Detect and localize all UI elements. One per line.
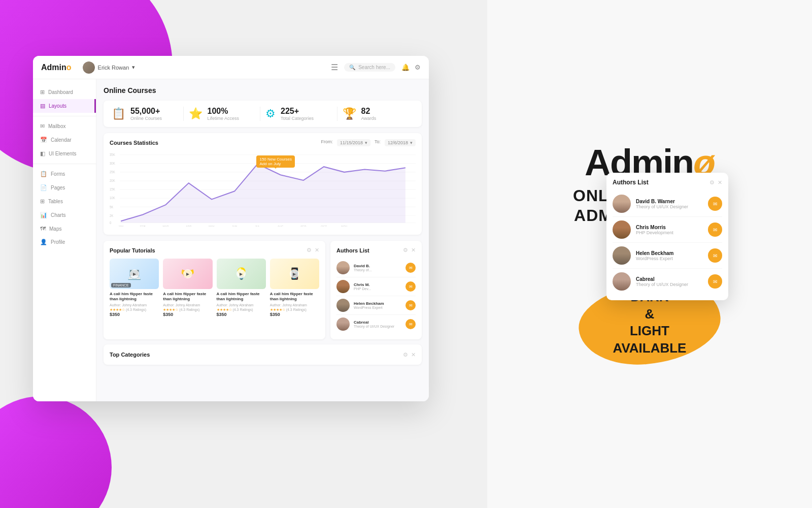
tutorial-thumb-3[interactable]: 💡 ▶ [217,259,266,289]
logo: Admino [41,63,72,72]
tutorial-title-1: A call him flipper faste than lightning [110,292,159,302]
user-dropdown-icon[interactable]: ▾ [132,64,135,71]
author-role-3: WordPress Expert [354,306,401,309]
tutorials-title: Popular Tutorials [110,247,155,253]
chart-area: 150 New CoursesAdd on July 35K 30K 25K 2… [110,150,416,227]
sidebar-label-profile: Profile [51,239,65,245]
play-button-1[interactable]: ▶ [130,269,139,278]
close-icon-float[interactable]: ✕ [718,179,722,186]
author-row-4: Cabreal Theory of UI/UX Designer ✉ [613,269,722,294]
svg-text:APR: APR [186,225,191,227]
author-info-3: Helen Beckham WordPress Expert [354,301,401,309]
gear-icon-3[interactable]: ⚙ [403,352,408,358]
sidebar-item-pages[interactable]: 📄 Pages [33,181,96,195]
sidebar-divider-2 [33,164,96,164]
search-placeholder: Search here... [358,65,390,70]
author-mail-btn-1[interactable]: ✉ [405,263,416,273]
play-button-3[interactable]: ▶ [236,269,246,278]
sidebar-item-maps[interactable]: 🗺 Maps [33,222,96,235]
tutorials-icons: ⚙ ✕ [307,247,319,253]
author-row-mail-3[interactable]: ✉ [708,248,722,263]
tables-icon: ⊞ [40,198,45,205]
gear-icon[interactable]: ⚙ [307,247,312,253]
tutorials-header: Popular Tutorials ⚙ ✕ [110,247,319,253]
sidebar-label-maps: Maps [49,226,61,232]
author-row-info-3: Helen Beckham WordPress Expert [636,250,703,261]
tutorial-author-4: Author: Johny Abraham [270,303,319,307]
authors-float-icons: ⚙ ✕ [709,179,722,186]
stat-online-courses: 📋 55,000+ Online Courses [112,107,184,121]
hamburger-icon[interactable]: ☰ [331,62,338,72]
svg-text:15K: 15K [110,187,116,191]
close-icon-3[interactable]: ✕ [411,352,416,358]
sidebar-item-mailbox[interactable]: ✉ Mailbox [33,119,96,133]
author-name-2: Chris M. [354,282,401,287]
mailbox-icon: ✉ [40,123,45,130]
to-date-picker[interactable]: 12/6/2018 ▾ [385,139,416,146]
authors-card-float: Authors List ⚙ ✕ David B. Warner Theory … [606,173,728,300]
author-row-name-2: Chris Morris [636,225,703,230]
svg-text:NOV: NOV [341,225,347,227]
sidebar-label-pages: Pages [51,185,65,190]
sidebar-item-tables[interactable]: ⊞ Tables [33,195,96,208]
from-date: 11/15/2018 [340,140,363,145]
gear-icon-2[interactable]: ⚙ [403,247,408,253]
courses-value: 55,000+ [130,107,162,116]
sidebar-item-profile[interactable]: 👤 Profile [33,235,96,249]
tutorial-thumb-1[interactable]: 💻 ▶ FINANCE [110,259,159,289]
settings-icon[interactable]: ⚙ [415,64,421,71]
sidebar-item-calendar[interactable]: 📅 Calendar [33,133,96,147]
author-row-mail-2[interactable]: ✉ [708,223,722,237]
play-button-2[interactable]: ▶ [183,269,192,278]
sidebar-item-layouts[interactable]: ▤ Layouts [33,99,96,113]
thumb-label-1: FINANCE [111,283,131,288]
chart-header: Courses Statistics From: 11/15/2018 ▾ To… [110,139,416,146]
stat-lifetime-access: ⭐ 100% Lifetime Access [189,107,261,121]
svg-text:AUG: AUG [278,225,284,227]
author-avatar-1 [336,261,350,274]
play-button-4[interactable]: ▶ [290,269,299,278]
sidebar-item-ui[interactable]: ◧ UI Elements [33,147,96,161]
categories-icon: ⚙ [265,107,276,120]
tutorial-thumb-2[interactable]: 🤝 ▶ [163,259,212,289]
author-row-3: Helen Beckham WordPress Expert ✉ [613,243,722,269]
chart-section: Courses Statistics From: 11/15/2018 ▾ To… [104,133,422,235]
close-icon[interactable]: ✕ [315,247,319,253]
forms-icon: 📋 [40,171,47,177]
author-row-mail-4[interactable]: ✉ [708,274,722,289]
svg-text:MAR: MAR [162,225,168,227]
author-row-info-4: Cabreal Theory of UI/UX Designer [636,276,703,287]
sidebar-label-ui: UI Elements [49,151,76,156]
layouts-icon: ▤ [40,103,45,109]
bottom-row: Popular Tutorials ⚙ ✕ 💻 ▶ FINANCE [104,241,422,339]
notification-icon[interactable]: 🔔 [401,64,410,71]
authors-section-bg: Authors List ⚙ ✕ David B. Theory of... ✉ [330,241,422,339]
search-box[interactable]: 🔍 Search here... [344,63,395,72]
svg-text:JUL: JUL [255,225,260,227]
svg-text:OCT: OCT [321,225,327,227]
topbar-icons: 🔔 ⚙ [401,64,421,71]
author-mail-btn-4[interactable]: ✉ [405,319,416,329]
sidebar-item-dashboard[interactable]: ⊞ Dashboard [33,85,96,99]
author-mail-btn-3[interactable]: ✉ [405,300,416,310]
tutorial-thumb-4[interactable]: 📱 ▶ [270,259,319,289]
tutorial-title-2: A call him flipper faste than lightning [163,292,212,302]
from-date-picker[interactable]: 11/15/2018 ▾ [337,139,370,146]
sidebar-item-charts[interactable]: 📊 Charts [33,208,96,222]
user-name: Erick Rowan [98,65,129,71]
sidebar-item-forms[interactable]: 📋 Forms [33,167,96,181]
svg-text:5K: 5K [110,205,114,208]
close-icon-2[interactable]: ✕ [411,247,416,253]
author-item-4: Cabreal Theory of UI/UX Designer ✉ [336,315,416,333]
author-avatar-3 [336,299,350,312]
author-row-name-3: Helen Beckham [636,250,703,256]
author-item-2: Chris M. PHP Dev... ✉ [336,277,416,296]
author-row-mail-1[interactable]: ✉ [708,197,722,211]
svg-text:30K: 30K [110,162,116,165]
gear-icon-float[interactable]: ⚙ [709,179,715,186]
author-mail-btn-2[interactable]: ✉ [405,281,416,292]
author-role-1: Theory of... [354,268,401,272]
user-info: Erick Rowan ▾ [83,61,136,74]
to-chevron: ▾ [410,140,413,145]
chart-title: Courses Statistics [110,140,158,146]
